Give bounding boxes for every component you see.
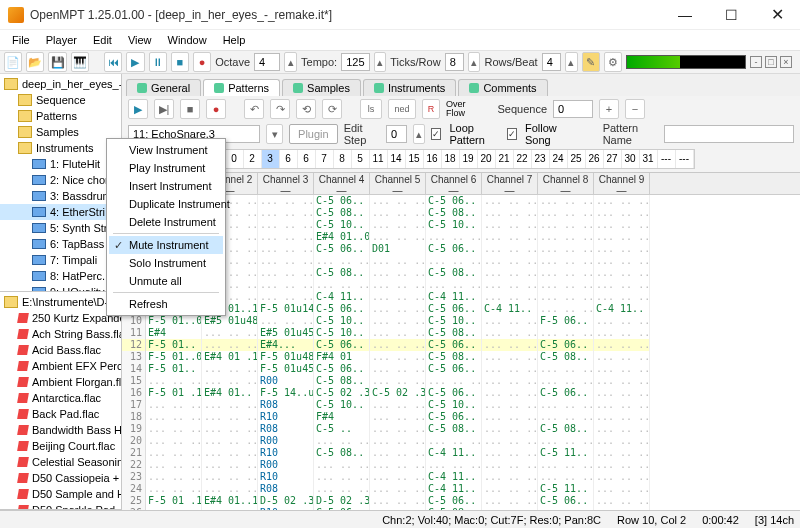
- pattern-cell[interactable]: ... .. ..: [146, 471, 201, 483]
- ctx-delete-instrument[interactable]: Delete Instrument: [109, 213, 223, 231]
- pattern-cell[interactable]: ... .. ..: [594, 423, 649, 435]
- file-item[interactable]: D50 Sample and Hold + X5D: [0, 486, 121, 502]
- child-restore-button[interactable]: □: [765, 56, 777, 68]
- open-icon[interactable]: 📂: [26, 52, 44, 72]
- pattern-cell[interactable]: C-5 08..: [314, 207, 369, 219]
- pattern-cell[interactable]: ... .. ..: [594, 459, 649, 471]
- editstep-input[interactable]: 0: [386, 125, 407, 143]
- tree-item[interactable]: 5: Synth Str...: [0, 220, 121, 236]
- tree-item[interactable]: 3: Bassdrum + n...: [0, 188, 121, 204]
- pattern-cell[interactable]: ... .. ..: [594, 471, 649, 483]
- pattern-cell[interactable]: ... .. ..: [258, 207, 313, 219]
- pattern-cell[interactable]: ... .. ..: [370, 339, 425, 351]
- pattern-cell[interactable]: C-5 10..: [314, 399, 369, 411]
- file-item[interactable]: D50 Sparkle Pad + X5DR 78: [0, 502, 121, 510]
- pattern-cell[interactable]: F-5 06..: [538, 315, 593, 327]
- pattern-cell[interactable]: C-5 08..: [426, 351, 481, 363]
- order-cell[interactable]: 25: [568, 150, 586, 168]
- pattern-cell[interactable]: ... .. ..: [370, 315, 425, 327]
- pattern-cell[interactable]: ... .. ..: [594, 291, 649, 303]
- pattern-cell[interactable]: ... .. ..: [314, 435, 369, 447]
- stop-button[interactable]: ■: [171, 52, 189, 72]
- tree-item[interactable]: deep_in_her_eyes_-_rem...: [0, 76, 121, 92]
- pattern-cell[interactable]: R08: [258, 483, 313, 495]
- order-cell[interactable]: 31: [640, 150, 658, 168]
- order-cell[interactable]: 26: [586, 150, 604, 168]
- menu-help[interactable]: Help: [215, 32, 254, 48]
- pattern-cell[interactable]: C-5 08..: [538, 351, 593, 363]
- file-item[interactable]: Celestial Seasoning.wav: [0, 454, 121, 470]
- pattern-cell[interactable]: ... .. ..: [202, 447, 257, 459]
- pattern-cell[interactable]: ... .. ..: [594, 231, 649, 243]
- pattern-cell[interactable]: R10: [258, 507, 313, 510]
- pattern-cell[interactable]: ... .. ..: [482, 375, 537, 387]
- pattern-cell[interactable]: ... .. ..: [202, 399, 257, 411]
- pattern-cell[interactable]: ... .. ..: [258, 219, 313, 231]
- pattern-cell[interactable]: ... .. ..: [538, 195, 593, 207]
- pattern-cell[interactable]: ... .. ..: [426, 255, 481, 267]
- file-item[interactable]: Ambient Florgan.flac: [0, 374, 121, 390]
- pattern-cell[interactable]: E#4...: [258, 339, 313, 351]
- pattern-cell[interactable]: C-5 ..: [314, 423, 369, 435]
- pattern-cell[interactable]: ... .. ..: [426, 435, 481, 447]
- pattern-cell[interactable]: C-5 10..: [314, 315, 369, 327]
- menu-view[interactable]: View: [120, 32, 160, 48]
- file-item[interactable]: Ach String Bass.flac: [0, 326, 121, 342]
- order-cell[interactable]: 27: [604, 150, 622, 168]
- order-cell[interactable]: 7: [316, 150, 334, 168]
- pattern-cell[interactable]: C-4 11..: [594, 303, 649, 315]
- pattern-cell[interactable]: C-5 06..: [314, 507, 369, 510]
- pattern-cell[interactable]: ... .. ..: [538, 507, 593, 510]
- pattern-play-from[interactable]: ▶|: [154, 99, 174, 119]
- r-button[interactable]: R: [422, 99, 440, 119]
- pattern-cell[interactable]: ... .. ..: [370, 303, 425, 315]
- tree-item[interactable]: 2: Nice chord fa...: [0, 172, 121, 188]
- pattern-cell[interactable]: ... .. ..: [594, 435, 649, 447]
- pattern-cell[interactable]: ... .. ..: [538, 219, 593, 231]
- tree-item[interactable]: Samples: [0, 124, 121, 140]
- pattern-cell[interactable]: ... .. ..: [258, 267, 313, 279]
- ticks-spinner[interactable]: ▴: [468, 52, 481, 72]
- minimize-button[interactable]: —: [662, 0, 708, 30]
- pattern-cell[interactable]: C-5 08..: [314, 267, 369, 279]
- pattern-cell[interactable]: C-5 08..: [426, 207, 481, 219]
- child-close-button[interactable]: ×: [780, 56, 792, 68]
- loop-pattern-checkbox[interactable]: [431, 128, 441, 140]
- pattern-cell[interactable]: C-4 11..: [426, 447, 481, 459]
- pattern-cell[interactable]: C-5 08..: [426, 507, 481, 510]
- file-item[interactable]: Ambient EFX Perc.flac: [0, 358, 121, 374]
- pattern-cell[interactable]: ... .. ..: [482, 387, 537, 399]
- ctx-solo-instrument[interactable]: Solo Instrument: [109, 254, 223, 272]
- pattern-cell[interactable]: ... .. ..: [202, 423, 257, 435]
- file-item[interactable]: Antarctica.flac: [0, 390, 121, 406]
- file-item[interactable]: Acid Bass.flac: [0, 342, 121, 358]
- pattern-cell[interactable]: ... .. ..: [314, 483, 369, 495]
- pattern-cell[interactable]: ... .. ..: [370, 375, 425, 387]
- folder-path[interactable]: E:\Instrumente\D-50\: [0, 294, 121, 310]
- tree-item[interactable]: 1: FluteHit: [0, 156, 121, 172]
- pattern-cell[interactable]: R10: [258, 447, 313, 459]
- pattern-cell[interactable]: E#5 01u48: [202, 315, 257, 327]
- pattern-cell[interactable]: C-4 11..: [482, 303, 537, 315]
- play-button[interactable]: ▶: [126, 52, 144, 72]
- pattern-cell[interactable]: E#4 01..17: [202, 495, 257, 507]
- pattern-cell[interactable]: R08: [258, 423, 313, 435]
- pattern-cell[interactable]: ... .. ..: [258, 315, 313, 327]
- order-cell[interactable]: 6: [280, 150, 298, 168]
- pattern-cell[interactable]: ... .. ..: [594, 315, 649, 327]
- file-item[interactable]: D50 Cassiopeia + X5DR 10 T: [0, 470, 121, 486]
- pattern-cell[interactable]: ... .. ..: [370, 495, 425, 507]
- order-cell[interactable]: 5: [352, 150, 370, 168]
- ctx-insert-instrument[interactable]: Insert Instrument: [109, 177, 223, 195]
- instrument-dropdown-icon[interactable]: ▾: [266, 124, 283, 144]
- pattern-cell[interactable]: C-5 06..: [426, 411, 481, 423]
- sequence-select[interactable]: 0: [553, 100, 593, 118]
- tempo-input[interactable]: 125: [341, 53, 369, 71]
- pattern-cell[interactable]: ... .. ..: [314, 255, 369, 267]
- pattern-cell[interactable]: ... .. ..: [370, 363, 425, 375]
- pattern-cell[interactable]: E#4 01..01: [314, 231, 369, 243]
- pattern-cell[interactable]: ... .. ..: [538, 267, 593, 279]
- pattern-cell[interactable]: ... .. ..: [202, 483, 257, 495]
- pattern-cell[interactable]: ... .. ..: [482, 339, 537, 351]
- pattern-cell[interactable]: ... .. ..: [482, 315, 537, 327]
